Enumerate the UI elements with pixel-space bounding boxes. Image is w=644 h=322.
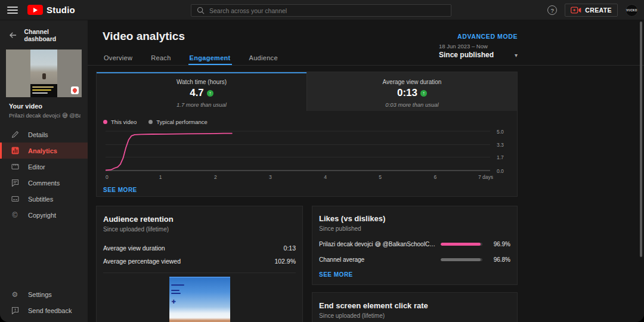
end-screen-card: End screen element click rate Since uplo…: [312, 292, 518, 322]
trend-up-icon: ↑: [207, 90, 213, 97]
avatar[interactable]: VUCKO: [626, 4, 638, 17]
gear-icon: ⚙: [11, 290, 19, 299]
likes-row-video: Prilazi decak devojci 😅 @BalkanSchoolCom…: [319, 241, 510, 247]
youtube-play-icon: [27, 5, 43, 15]
advanced-mode-link[interactable]: ADVANCED MODE: [457, 33, 518, 40]
chart-y-axis: 0.01.73.35.0: [497, 128, 517, 174]
metric-value: 4.7: [190, 87, 204, 99]
row-label: Channel average: [319, 256, 437, 263]
metric-delta: 1.7 more than usual: [97, 101, 306, 108]
likes-row-channel-average: Channel average 96.8%: [319, 256, 510, 263]
thumbnail-rider-figure: [42, 73, 46, 79]
feedback-icon: [11, 306, 19, 314]
sidebar-item-label: Subtitles: [28, 196, 53, 203]
search-box[interactable]: [191, 4, 451, 17]
likes-bar-video: [441, 243, 481, 246]
your-video-label: Your video: [9, 103, 80, 110]
channel-dashboard-link[interactable]: Channel dashboard: [24, 28, 81, 42]
help-icon[interactable]: ?: [547, 5, 557, 15]
video-title: Prilazi decak devojci 😅 @BalkanSc...: [9, 112, 80, 119]
shorts-badge-icon: [71, 86, 79, 94]
engagement-chart-plot: [106, 128, 491, 174]
sidebar-item-editor[interactable]: Editor: [0, 159, 88, 175]
sidebar-footer: ⚙ Settings Send feedback: [0, 286, 88, 318]
video-thumbnail[interactable]: [6, 49, 82, 97]
card-title: End screen element click rate: [319, 301, 510, 310]
analytics-tabs-bar: Overview Reach Engagement Audience: [88, 50, 644, 66]
card-title: Audience retention: [103, 215, 296, 224]
card-subtitle: Since uploaded (lifetime): [103, 226, 296, 233]
retention-row-avg-duration: Average view duration 0:13: [103, 244, 296, 252]
preview-game-text: [171, 290, 179, 291]
sidebar-item-analytics[interactable]: Analytics: [0, 143, 88, 159]
create-video-icon: [571, 7, 581, 14]
legend-typical-performance: Typical performance: [148, 119, 208, 125]
menu-icon[interactable]: [7, 7, 18, 14]
sidebar: Channel dashboard Your video Prilazi dec…: [0, 20, 88, 322]
search-icon: [197, 7, 205, 14]
legend-this-video: This video: [103, 119, 137, 125]
page-title: Video analytics: [103, 30, 185, 43]
row-value: 96.9%: [485, 241, 510, 247]
sidebar-item-copyright[interactable]: © Copyright: [0, 207, 88, 223]
row-value: 102.9%: [274, 258, 296, 265]
divider: [103, 273, 296, 273]
chart-x-axis: 01234567 days: [106, 174, 517, 182]
metric-watch-time[interactable]: Watch time (hours) 4.7 ↑ 1.7 more than u…: [97, 72, 306, 111]
create-button-label: CREATE: [585, 7, 612, 14]
tab-reach[interactable]: Reach: [150, 50, 172, 65]
retention-video-preview[interactable]: ✚: [169, 277, 230, 322]
card-subtitle: Since published: [319, 225, 510, 232]
search-input[interactable]: [205, 7, 451, 14]
sidebar-item-settings[interactable]: ⚙ Settings: [0, 286, 88, 302]
card-subtitle: Since uploaded (lifetime): [319, 312, 510, 319]
audience-retention-card: Audience retention Since uploaded (lifet…: [96, 206, 303, 322]
metric-value: 0:13: [397, 87, 417, 99]
pencil-icon: [11, 131, 19, 138]
likes-bar-track: [441, 258, 482, 261]
preview-game-text: [171, 284, 184, 286]
legend-dot-pink: [103, 120, 107, 124]
sidebar-item-send-feedback[interactable]: Send feedback: [0, 302, 88, 318]
youtube-studio-logo[interactable]: Studio: [27, 5, 75, 15]
sidebar-menu: Details Analytics: [0, 126, 88, 223]
back-arrow-icon[interactable]: [9, 31, 17, 39]
sidebar-item-label: Send feedback: [28, 307, 72, 314]
legend-label: This video: [111, 119, 137, 125]
thumbnail-letterbox-left: [6, 49, 30, 97]
sidebar-item-label: Comments: [28, 179, 60, 187]
tab-audience[interactable]: Audience: [248, 50, 279, 65]
tab-overview[interactable]: Overview: [103, 50, 134, 65]
page-scrollbar[interactable]: [640, 21, 642, 257]
likes-bar-channel: [441, 258, 481, 261]
engagement-see-more-link[interactable]: SEE MORE: [103, 187, 137, 193]
likes-see-more-link[interactable]: SEE MORE: [319, 271, 353, 278]
sidebar-item-details[interactable]: Details: [0, 126, 88, 143]
thumbnail-caption-line: [32, 86, 54, 88]
youtube-studio-window: Studio ? CREATE VUCKO: [0, 0, 644, 322]
comments-icon: [11, 179, 19, 187]
sidebar-item-subtitles[interactable]: Subtitles: [0, 191, 88, 207]
metric-delta: 0:03 more than usual: [307, 101, 517, 108]
likes-card: Likes (vs dislikes) Since published Pril…: [312, 206, 518, 285]
thumbnail-video-frame: [30, 49, 57, 97]
preview-road-graphic: [169, 318, 230, 322]
thumbnail-caption-line: [32, 92, 48, 94]
row-value: 96.8%: [485, 256, 510, 263]
card-title: Likes (vs dislikes): [319, 214, 510, 223]
tab-engagement[interactable]: Engagement: [188, 50, 232, 65]
metric-average-view-duration[interactable]: Average view duration 0:13 ↑ 0:03 more t…: [306, 72, 517, 111]
trend-up-icon: ↑: [420, 90, 427, 97]
date-mode-text: Since published: [439, 51, 494, 59]
main-content: Video analytics ADVANCED MODE 18 Jun 202…: [88, 20, 644, 322]
copyright-icon: ©: [11, 211, 19, 219]
subtitles-icon: [11, 195, 19, 203]
date-range-selector[interactable]: 18 Jun 2023 – Now Since published ▾: [439, 43, 518, 59]
create-button[interactable]: CREATE: [565, 4, 618, 17]
row-label: Average percentage viewed: [103, 258, 181, 265]
analytics-icon: [11, 147, 19, 154]
editor-icon: [11, 163, 19, 171]
sidebar-item-comments[interactable]: Comments: [0, 175, 88, 191]
engagement-card: Watch time (hours) 4.7 ↑ 1.7 more than u…: [96, 72, 518, 197]
chevron-down-icon: ▾: [515, 52, 518, 58]
